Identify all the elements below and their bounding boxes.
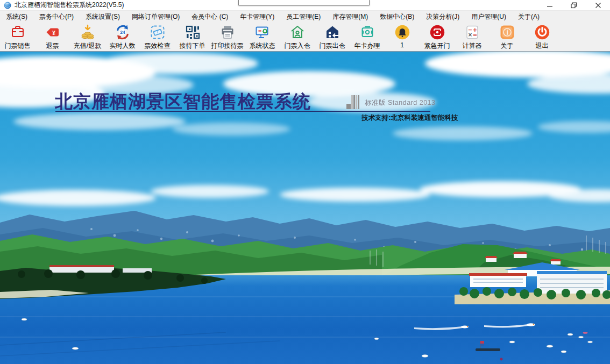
toolbar-system-status[interactable]: 系统状态 [245,23,280,51]
tool-label: 充值/退款 [74,41,101,51]
svg-text:×: × [467,32,472,38]
tech-support-label: 技术支持:北京科装速通智能科技 [361,113,458,123]
menu-about[interactable]: 关于(A) [512,12,545,22]
edition-logo-icon [346,95,359,112]
toolbar-ticket-outbound[interactable]: 门票出仓 [315,23,350,51]
notification-bell-icon [394,24,410,40]
menu-ticket-center[interactable]: 票务中心(P) [33,12,80,22]
tool-label: 计算器 [463,41,482,51]
tool-bar: 门票销售 ¥ 退票 充值/退款 24 实时人数 [0,23,610,51]
ticket-sale-icon [10,24,26,40]
menu-system-settings[interactable]: 系统设置(S) [80,12,126,22]
edition-label: 标准版 Standard 2013 [365,98,436,108]
menu-member-center[interactable]: 会员中心 (C) [186,12,234,22]
tool-label: 接待下单 [180,41,205,51]
svg-text:24: 24 [120,30,125,35]
tool-label: 年卡办理 [354,41,380,51]
ticket-inbound-icon [289,24,306,40]
toolbar-emergency-open[interactable]: 紧急开门 [420,23,455,51]
tool-label: 打印接待票 [211,41,244,51]
menu-data-center[interactable]: 数据中心(B) [374,12,420,22]
notification-count: 1 [400,41,404,49]
toolbar-exit[interactable]: 退出 [524,23,559,51]
overlapping-window-fragment[interactable] [238,0,370,5]
tool-label: 门票出仓 [320,41,345,51]
exit-icon [534,24,550,40]
tool-label: 紧急开门 [424,41,450,51]
toolbar-recharge-refund[interactable]: 充值/退款 [70,23,105,51]
ticket-outbound-icon [324,24,341,40]
window-title: 北京雁栖湖智能售检票系统2022(V5.5) [15,1,124,10]
realtime-count-icon: 24 [115,24,131,40]
svg-text:=: = [472,32,477,38]
print-reception-icon [219,24,236,40]
close-button[interactable] [586,0,610,11]
ticket-validity-icon [150,24,166,40]
menu-bar: 系统(S) 票务中心(P) 系统设置(S) 网络订单管理(O) 会员中心 (C)… [0,11,610,23]
tool-label: 退出 [536,41,549,51]
recharge-refund-icon [80,24,96,40]
tool-label: 门票入仓 [285,41,310,51]
toolbar-annual-card[interactable]: 年卡办理 [350,23,385,51]
toolbar-notification[interactable]: 1 [385,23,420,51]
minimize-icon [547,2,553,9]
menu-inventory-mgmt[interactable]: 库存管理(M) [327,12,374,22]
hero-underline-divider [55,111,430,112]
toolbar-realtime-count[interactable]: 24 实时人数 [105,23,140,51]
tool-label: 实时人数 [110,41,136,51]
tool-label: 关于 [501,41,514,51]
tool-label: 门票销售 [5,41,31,51]
tool-label: 票效检查 [145,41,171,51]
toolbar-calculator[interactable]: −+ ×= 计算器 [455,23,490,51]
tool-label: 退票 [46,41,59,51]
emergency-open-icon [429,24,445,40]
menu-decision-analysis[interactable]: 决策分析(J) [420,12,465,22]
toolbar-ticket-validity-check[interactable]: 票效检查 [140,23,175,51]
app-logo-icon [4,2,11,9]
annual-card-icon [359,24,375,40]
tool-label: 系统状态 [250,41,275,51]
reception-order-icon [185,24,201,40]
close-icon [595,2,601,9]
toolbar-refund-ticket[interactable]: ¥ 退票 [35,23,70,51]
toolbar-print-reception-ticket[interactable]: 打印接待票 [210,23,245,51]
system-status-icon [254,24,271,40]
menu-annual-card-mgmt[interactable]: 年卡管理(Y) [234,12,280,22]
main-content-area: 北京雁栖湖景区智能售检票系统 标准版 Standard 2013 技术支持:北京… [0,51,610,364]
svg-text:¥: ¥ [52,30,55,36]
toolbar-about[interactable]: 关于 [490,23,524,51]
menu-staff-mgmt[interactable]: 员工管理(E) [280,12,327,22]
minimize-button[interactable] [537,0,562,11]
toolbar-ticket-sale[interactable]: 门票销售 [0,23,35,51]
restore-icon [571,2,577,9]
toolbar-ticket-inbound[interactable]: 门票入仓 [280,23,315,51]
toolbar-reception-order[interactable]: 接待下单 [175,23,210,51]
menu-online-order-mgmt[interactable]: 网络订单管理(O) [126,12,186,22]
calculator-icon: −+ ×= [464,24,480,40]
restore-button[interactable] [562,0,586,11]
about-icon [499,24,515,40]
menu-system[interactable]: 系统(S) [0,12,33,22]
refund-ticket-icon: ¥ [45,24,61,40]
menu-user-mgmt[interactable]: 用户管理(U) [465,12,512,22]
